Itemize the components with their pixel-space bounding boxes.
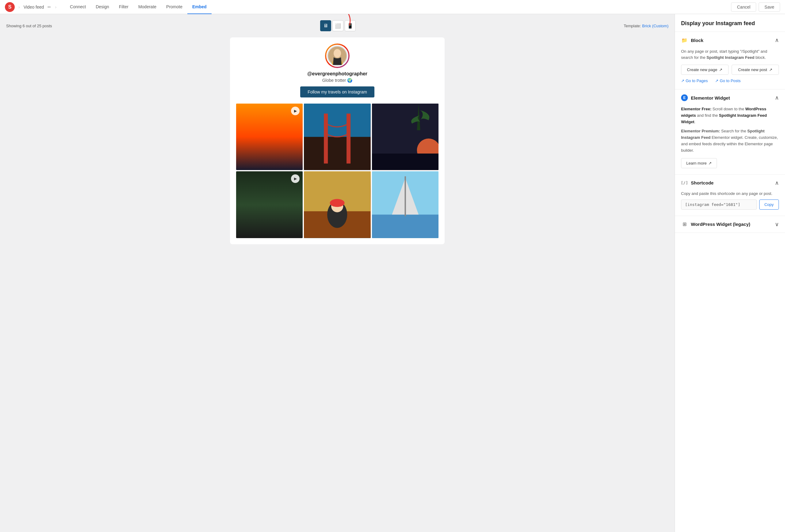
external-link-icon-2: ↗ [769,68,773,72]
wp-widget-collapse-icon[interactable]: ∨ [775,221,779,228]
elementor-icon: E [681,95,688,101]
shortcode-input[interactable] [681,200,757,210]
create-new-page-button[interactable]: Create new page ↗ [681,65,729,75]
shortcode-section: [/] Shortcode ∧ Copy and paste this shor… [675,175,785,216]
shortcode-section-content: Copy and paste this shortcode on any pag… [675,191,785,216]
block-section-header[interactable]: 📁 Block ∧ [675,32,785,48]
go-to-pages-link[interactable]: ↗ Go to Pages [681,78,708,83]
template-link[interactable]: Brick (Custom) [642,24,668,28]
svg-rect-18 [404,177,406,216]
elementor-premium-desc: Elementor Premium: Search for the Spotli… [681,128,779,154]
tab-design[interactable]: Design [91,0,114,14]
profile-bio: Globe trotter 🌍 [322,78,353,83]
elementor-section: E Elementor Widget ∧ Elementor Free: Scr… [675,89,785,175]
elementor-section-header[interactable]: E Elementor Widget ∧ [675,89,785,106]
block-icon: 📁 [681,37,688,44]
wp-widget-section-title: WordPress Widget (legacy) [691,221,750,227]
device-icons: 🖥 ⬜ 📱 [320,20,356,31]
ig-post-1: ▶ [236,104,303,170]
desktop-view-button[interactable]: 🖥 [320,20,331,31]
ig-post-2: ▶ [304,104,371,170]
copy-button[interactable]: Copy [759,200,779,210]
external-link-icon: ↗ [719,68,723,72]
cancel-button[interactable]: Cancel [731,2,756,11]
elementor-section-title: Elementor Widget [691,95,730,101]
shortcode-section-header[interactable]: [/] Shortcode ∧ [675,175,785,191]
shortcode-description: Copy and paste this shortcode on any pag… [681,191,779,196]
main-layout: Showing 6 out of 25 posts 🖥 ⬜ 📱 Template… [0,14,785,532]
shortcode-section-title: Shortcode [691,180,713,185]
wp-widget-icon: ⊞ [681,221,688,228]
block-description: On any page or post, start typing "/Spot… [681,48,779,60]
breadcrumb-sep: › [18,5,20,9]
tab-filter[interactable]: Filter [114,0,133,14]
block-section-content: On any page or post, start typing "/Spot… [675,48,785,89]
svg-rect-6 [324,114,328,164]
go-to-posts-link[interactable]: ↗ Go to Posts [715,78,740,83]
preview-area: Showing 6 out of 25 posts 🖥 ⬜ 📱 Template… [0,14,675,532]
svg-rect-17 [372,215,438,238]
external-link-icon-3: ↗ [708,161,712,165]
learn-more-button[interactable]: Learn more ↗ [681,158,717,168]
post-2-art [304,104,371,170]
ig-post-4: ▶ [236,171,303,238]
feed-preview: @evergreenphotographer Globe trotter 🌍 F… [230,37,445,244]
right-panel: Display your Instagram feed 📁 Block ∧ On… [675,14,785,532]
breadcrumb-label: Video feed [24,5,44,9]
svg-rect-10 [372,154,438,170]
avatar-inner [326,45,348,67]
top-nav: S › Video feed ✏ › Connect Design Filter… [0,0,785,14]
create-new-post-button[interactable]: Create new post ↗ [732,65,779,75]
link-icon-pages: ↗ [681,78,684,83]
avatar-image [328,47,347,65]
elementor-section-content: Elementor Free: Scroll down to the WordP… [675,106,785,175]
block-section: 📁 Block ∧ On any page or post, start typ… [675,32,785,89]
ig-post-3: ▶ [372,104,438,170]
tab-connect[interactable]: Connect [65,0,91,14]
post-5-art [304,171,371,238]
nav-tabs: Connect Design Filter Moderate Promote E… [65,0,211,14]
preview-toolbar: Showing 6 out of 25 posts 🖥 ⬜ 📱 Template… [6,20,668,31]
svg-point-2 [334,49,341,58]
ig-post-5: ▶ [304,171,371,238]
svg-rect-5 [304,137,371,170]
edit-breadcrumb-icon[interactable]: ✏ [48,5,51,9]
post-6-art [372,171,438,238]
post-count-label: Showing 6 out of 25 posts [6,24,52,28]
block-buttons: Create new page ↗ Create new post ↗ [681,65,779,75]
wp-widget-section-header[interactable]: ⊞ WordPress Widget (legacy) ∨ [675,216,785,233]
play-icon-4: ▶ [291,175,300,183]
template-label: Template: Brick (Custom) [624,24,668,28]
nav-actions: Cancel Save [731,2,780,11]
svg-rect-7 [347,114,351,164]
save-button[interactable]: Save [759,2,780,11]
panel-title: Display your Instagram feed [681,20,779,27]
block-collapse-icon[interactable]: ∧ [775,37,779,44]
svg-point-15 [330,199,345,207]
block-links: ↗ Go to Pages ↗ Go to Posts [681,78,779,83]
shortcode-row: Copy [681,200,779,210]
shortcode-collapse-icon[interactable]: ∧ [775,180,779,186]
profile-section: @evergreenphotographer Globe trotter 🌍 F… [236,44,438,98]
link-icon-posts: ↗ [715,78,718,83]
profile-username: @evergreenphotographer [307,71,368,77]
shortcode-icon: [/] [681,180,688,186]
elementor-collapse-icon[interactable]: ∧ [775,95,779,101]
tab-embed[interactable]: Embed [187,0,211,14]
ig-post-6: ▶ [372,171,438,238]
wp-widget-section: ⊞ WordPress Widget (legacy) ∨ [675,216,785,233]
mobile-view-button[interactable]: 📱 [345,20,356,31]
post-3-art [372,104,438,170]
avatar [325,44,350,68]
block-section-title: Block [691,38,704,43]
panel-header: Display your Instagram feed [675,14,785,32]
tablet-view-button[interactable]: ⬜ [332,20,344,31]
elementor-free-desc: Elementor Free: Scroll down to the WordP… [681,106,779,125]
breadcrumb-sep2: › [55,5,56,9]
tab-moderate[interactable]: Moderate [133,0,161,14]
instagram-grid: ▶ ▶ ▶ [236,104,438,238]
play-icon-1: ▶ [291,107,300,115]
tab-promote[interactable]: Promote [161,0,187,14]
app-logo: S [5,2,15,12]
follow-button[interactable]: Follow my travels on Instagram [300,86,374,98]
